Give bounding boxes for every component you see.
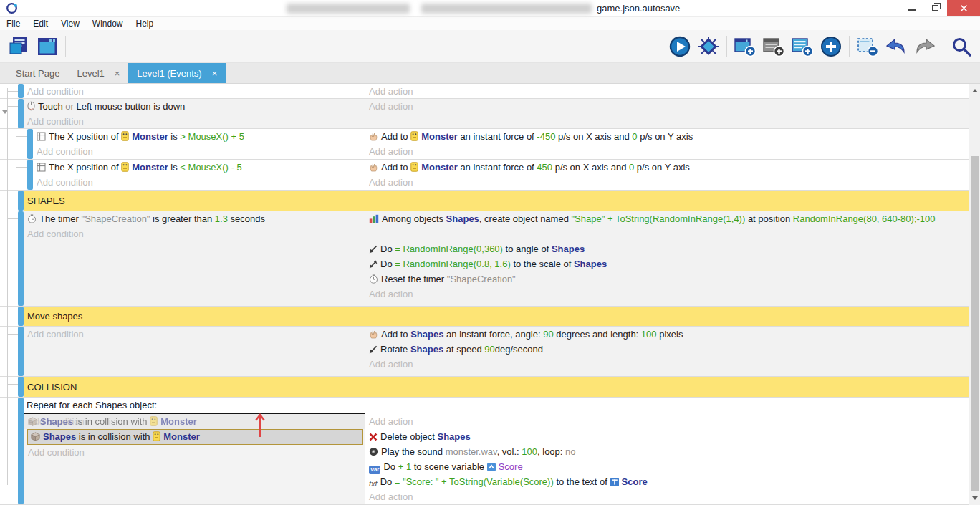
add-action-placeholder[interactable]: Add action bbox=[369, 99, 969, 114]
vertical-scrollbar[interactable] bbox=[969, 84, 980, 505]
action-row[interactable]: Rotate Shapes at speed 90deg/second bbox=[369, 342, 969, 357]
action-row[interactable]: Delete object Shapes bbox=[365, 429, 969, 444]
add-action-placeholder[interactable]: Add action bbox=[365, 414, 969, 429]
scrollbar-thumb[interactable] bbox=[971, 156, 979, 491]
project-manager-icon[interactable] bbox=[4, 32, 33, 61]
action-row[interactable]: Add to Monster an instant force of 450 p… bbox=[369, 160, 969, 175]
menu-file[interactable]: File bbox=[6, 19, 20, 29]
condition-row[interactable]: The timer "ShapeCreation" is greater tha… bbox=[27, 211, 365, 226]
action-row[interactable]: Do = RandomInRange(0.8, 1.6) to the scal… bbox=[369, 256, 969, 271]
menu-view[interactable]: View bbox=[61, 19, 80, 29]
add-condition-placeholder[interactable]: Add condition bbox=[37, 144, 365, 159]
tab-close-icon[interactable]: × bbox=[115, 68, 120, 79]
condition-row[interactable]: The X position of Monster is > MouseX() … bbox=[37, 129, 365, 144]
event-block: Touch or Left mouse button is downAdd co… bbox=[0, 99, 969, 129]
add-condition-placeholder[interactable]: Add condition bbox=[27, 327, 365, 342]
restore-button[interactable] bbox=[923, 0, 947, 16]
add-event-icon[interactable] bbox=[731, 32, 759, 61]
add-condition-placeholder[interactable]: Add condition bbox=[37, 175, 365, 190]
add-condition-placeholder[interactable]: Add condition bbox=[27, 114, 365, 128]
monster-icon bbox=[121, 130, 129, 144]
add-action-placeholder[interactable]: Add action bbox=[369, 84, 969, 98]
add-other-event-icon[interactable] bbox=[817, 32, 845, 61]
scroll-down-icon[interactable] bbox=[972, 496, 978, 500]
action-row[interactable]: VarDo + 1 to scene variable Score bbox=[365, 459, 969, 474]
add-comment-icon[interactable] bbox=[759, 32, 788, 61]
text-run: 100 bbox=[641, 329, 657, 340]
action-row[interactable]: Reset the timer "ShapeCreation" bbox=[369, 271, 969, 287]
add-condition-placeholder[interactable]: Add condition bbox=[24, 445, 365, 460]
condition-row[interactable]: Touch or Left mouse button is down bbox=[27, 99, 365, 114]
tree-line bbox=[7, 218, 18, 219]
conditions-cell: Add condition bbox=[24, 327, 365, 376]
delete-icon bbox=[369, 431, 378, 444]
action-row[interactable]: txtDo = "Score: " + ToString(Variable(Sc… bbox=[365, 474, 969, 489]
conditions-cell: Touch or Left mouse button is downAdd co… bbox=[24, 99, 365, 128]
add-action-placeholder[interactable]: Add action bbox=[369, 175, 969, 190]
text-run: Add to bbox=[381, 131, 410, 142]
monster-icon bbox=[150, 415, 158, 429]
text-run: is in collision with bbox=[73, 416, 150, 427]
close-button[interactable] bbox=[947, 0, 980, 16]
redo-icon[interactable] bbox=[911, 32, 939, 61]
action-row[interactable]: Among objects Shapes, create object name… bbox=[369, 211, 969, 241]
search-icon[interactable] bbox=[947, 32, 976, 61]
condition-row[interactable]: The X position of Monster is < MouseX() … bbox=[37, 160, 365, 175]
add-subevent-icon[interactable] bbox=[788, 32, 817, 61]
close-icon bbox=[960, 4, 968, 12]
toolbar-separator bbox=[65, 36, 66, 57]
delete-event-icon[interactable] bbox=[853, 32, 882, 61]
tab-level1[interactable]: Level1 × bbox=[68, 63, 128, 83]
menu-help[interactable]: Help bbox=[136, 19, 154, 29]
gdevelop-logo-icon bbox=[6, 2, 18, 16]
text-run: at speed bbox=[443, 344, 484, 355]
title-bar: game.json.autosave bbox=[0, 0, 980, 17]
debug-icon[interactable] bbox=[694, 32, 723, 61]
scroll-up-icon[interactable] bbox=[972, 89, 978, 92]
comment-label[interactable]: SHAPES bbox=[24, 191, 969, 211]
text-run: Shapes bbox=[43, 431, 76, 442]
action-row[interactable]: Add to Monster an instant force of -450 … bbox=[369, 129, 969, 144]
action-row[interactable]: Add to Shapes an instant force, angle: 9… bbox=[369, 327, 969, 342]
event-block: The timer "ShapeCreation" is greater tha… bbox=[0, 211, 969, 307]
text-run: Play the sound bbox=[381, 446, 446, 457]
comment-label[interactable]: COLLISION bbox=[24, 377, 969, 397]
add-condition-placeholder[interactable]: Add condition bbox=[27, 226, 365, 241]
selected-condition-row[interactable]: Shapes is in collision with Monster bbox=[27, 429, 363, 445]
add-condition-placeholder[interactable]: Add condition bbox=[27, 84, 365, 98]
text-run: pixels bbox=[657, 329, 683, 340]
play-icon[interactable] bbox=[666, 32, 694, 61]
event-block: Add conditionAdd action bbox=[0, 84, 969, 99]
minimize-button[interactable] bbox=[900, 0, 923, 16]
action-row[interactable]: Play the sound monster.wav, vol.: 100, l… bbox=[365, 444, 969, 459]
action-row[interactable]: Do = RandomInRange(0,360) to angle of Sh… bbox=[369, 241, 969, 256]
tab-level1-events[interactable]: Level1 (Events) × bbox=[128, 63, 226, 83]
repeat-header[interactable]: Repeat for each Shapes object: bbox=[24, 398, 365, 414]
create-icon bbox=[369, 213, 379, 228]
comment-label[interactable]: Move shapes bbox=[24, 307, 969, 326]
tree-line bbox=[16, 136, 27, 137]
scene-editor-icon[interactable] bbox=[33, 32, 62, 61]
menu-window[interactable]: Window bbox=[92, 19, 123, 29]
tab-start-page[interactable]: Start Page bbox=[7, 63, 68, 83]
event-highlight-bar bbox=[18, 99, 24, 128]
app-window: game.json.autosave File Edit View Window… bbox=[0, 0, 980, 505]
text-run: at position bbox=[745, 213, 793, 224]
event-block: The X position of Monster is > MouseX() … bbox=[0, 129, 969, 160]
text-run: -450 bbox=[537, 131, 555, 142]
menu-bar: File Edit View Window Help bbox=[0, 17, 980, 30]
menu-edit[interactable]: Edit bbox=[33, 19, 48, 29]
add-action-placeholder[interactable]: Add action bbox=[369, 144, 969, 159]
text-run: Monster bbox=[132, 131, 168, 142]
txt-icon: txt bbox=[369, 476, 378, 489]
text-run: Shapes bbox=[410, 329, 443, 340]
add-action-placeholder[interactable]: Add action bbox=[369, 287, 969, 302]
tab-close-icon[interactable]: × bbox=[212, 68, 218, 79]
text-run: Monster bbox=[163, 431, 200, 442]
rotate-icon bbox=[369, 343, 378, 357]
undo-icon[interactable] bbox=[882, 32, 911, 61]
add-action-placeholder[interactable]: Add action bbox=[369, 357, 969, 372]
comment-event: Move shapes bbox=[0, 307, 969, 327]
text-run: Reset the timer bbox=[381, 274, 447, 284]
add-action-placeholder[interactable]: Add action bbox=[365, 489, 969, 504]
